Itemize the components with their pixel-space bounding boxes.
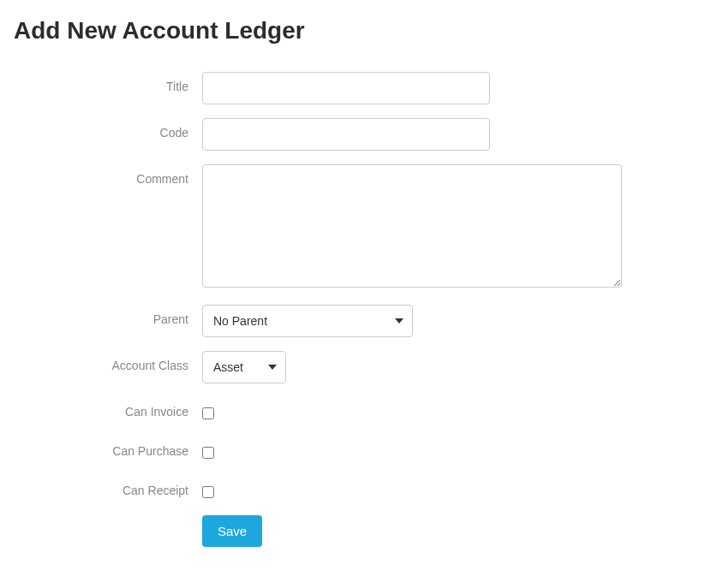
save-button[interactable]: Save (202, 515, 262, 547)
can-invoice-checkbox[interactable] (202, 407, 214, 419)
parent-select[interactable]: No Parent (202, 305, 413, 337)
can-receipt-label: Can Receipt (14, 476, 202, 497)
title-input[interactable] (202, 72, 490, 104)
account-class-select[interactable]: Asset (202, 351, 286, 383)
page-title: Add New Account Ledger (14, 17, 691, 45)
comment-label: Comment (14, 164, 202, 186)
code-label: Code (14, 118, 202, 140)
parent-label: Parent (14, 305, 202, 326)
can-receipt-checkbox[interactable] (202, 486, 214, 498)
can-purchase-checkbox[interactable] (202, 447, 214, 459)
code-input[interactable] (202, 118, 490, 151)
comment-textarea[interactable] (202, 164, 622, 288)
can-purchase-label: Can Purchase (14, 437, 202, 458)
account-class-label: Account Class (14, 351, 202, 372)
can-invoice-label: Can Invoice (14, 397, 202, 419)
title-label: Title (14, 72, 202, 93)
